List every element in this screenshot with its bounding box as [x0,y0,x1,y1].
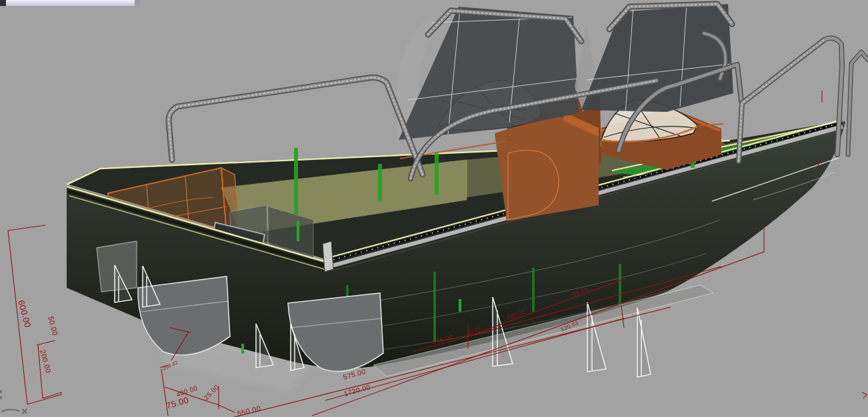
dimension-label[interactable]: 25.00 [203,383,221,401]
dimension-label[interactable]: 75.00 [165,394,189,410]
dimension-label[interactable]: 200.00 [39,348,53,374]
model-canvas: 600.00 50.00 200.00 258.82 400.00 25.00 … [0,0,868,417]
axis-indicator: × [0,390,28,417]
cad-viewport[interactable]: 600.00 50.00 200.00 258.82 400.00 25.00 … [0,0,868,417]
axis-x-label: × [21,405,28,417]
window-fragment-bar [6,0,135,6]
window-fragment-corner [0,0,6,6]
dimension-label[interactable]: 550.00 [237,404,262,417]
window-fragment-notch [135,0,140,6]
dimension-label[interactable]: 1720.00 [343,382,371,398]
dimension-label[interactable]: 50.00 [47,315,59,336]
window-fragment [0,0,140,6]
